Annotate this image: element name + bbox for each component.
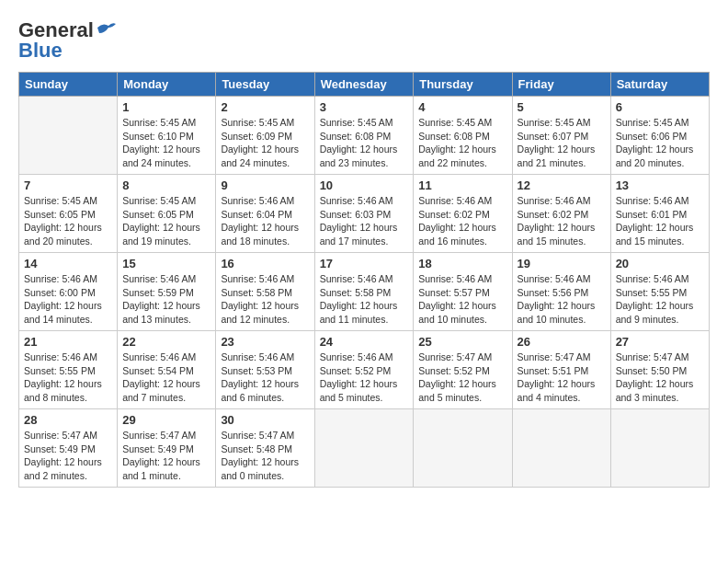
day-info: Sunrise: 5:46 AM Sunset: 5:59 PM Dayligh…: [122, 272, 210, 327]
day-info: Sunrise: 5:46 AM Sunset: 6:00 PM Dayligh…: [24, 272, 112, 327]
calendar-cell: 11Sunrise: 5:46 AM Sunset: 6:02 PM Dayli…: [414, 175, 512, 253]
week-row-2: 7Sunrise: 5:45 AM Sunset: 6:05 PM Daylig…: [19, 175, 710, 253]
calendar-cell: 9Sunrise: 5:46 AM Sunset: 6:04 PM Daylig…: [216, 175, 314, 253]
day-info: Sunrise: 5:46 AM Sunset: 6:02 PM Dayligh…: [518, 194, 606, 248]
calendar-cell: [512, 409, 610, 488]
day-info: Sunrise: 5:46 AM Sunset: 5:54 PM Dayligh…: [122, 350, 210, 405]
calendar-cell: 5Sunrise: 5:45 AM Sunset: 6:07 PM Daylig…: [512, 97, 610, 175]
calendar-cell: 2Sunrise: 5:45 AM Sunset: 6:09 PM Daylig…: [216, 97, 314, 175]
calendar-cell: 14Sunrise: 5:46 AM Sunset: 6:00 PM Dayli…: [19, 253, 118, 331]
calendar-cell: [414, 409, 512, 488]
day-number: 22: [122, 335, 210, 349]
page-header: General Blue: [18, 18, 710, 63]
calendar-cell: 21Sunrise: 5:46 AM Sunset: 5:55 PM Dayli…: [19, 331, 118, 409]
header-wednesday: Wednesday: [314, 73, 414, 97]
day-number: 21: [24, 335, 112, 349]
calendar-cell: 29Sunrise: 5:47 AM Sunset: 5:49 PM Dayli…: [118, 409, 216, 488]
day-number: 11: [418, 178, 506, 192]
day-number: 24: [320, 335, 409, 349]
calendar-cell: 24Sunrise: 5:46 AM Sunset: 5:52 PM Dayli…: [314, 331, 414, 409]
day-number: 26: [518, 335, 606, 349]
logo-bird-icon: [96, 20, 116, 37]
header-monday: Monday: [118, 73, 216, 97]
day-info: Sunrise: 5:46 AM Sunset: 5:55 PM Dayligh…: [24, 350, 112, 405]
day-number: 17: [320, 257, 409, 270]
day-info: Sunrise: 5:45 AM Sunset: 6:10 PM Dayligh…: [122, 116, 210, 170]
calendar-cell: 7Sunrise: 5:45 AM Sunset: 6:05 PM Daylig…: [19, 175, 118, 253]
calendar-cell: 13Sunrise: 5:46 AM Sunset: 6:01 PM Dayli…: [610, 175, 709, 253]
logo: General Blue: [18, 18, 116, 63]
header-saturday: Saturday: [610, 73, 709, 97]
day-number: 18: [418, 257, 506, 270]
day-number: 1: [122, 100, 210, 114]
header-sunday: Sunday: [19, 73, 118, 97]
day-number: 14: [24, 257, 112, 270]
calendar-header-row: SundayMondayTuesdayWednesdayThursdayFrid…: [19, 73, 710, 97]
day-info: Sunrise: 5:45 AM Sunset: 6:08 PM Dayligh…: [418, 116, 506, 170]
day-number: 10: [320, 178, 409, 192]
calendar-cell: 18Sunrise: 5:46 AM Sunset: 5:57 PM Dayli…: [414, 253, 512, 331]
day-info: Sunrise: 5:46 AM Sunset: 5:57 PM Dayligh…: [418, 272, 506, 327]
calendar-cell: 25Sunrise: 5:47 AM Sunset: 5:52 PM Dayli…: [414, 331, 512, 409]
day-info: Sunrise: 5:47 AM Sunset: 5:49 PM Dayligh…: [122, 429, 210, 483]
calendar-cell: [314, 409, 414, 488]
day-number: 29: [122, 413, 210, 427]
week-row-3: 14Sunrise: 5:46 AM Sunset: 6:00 PM Dayli…: [19, 253, 710, 331]
day-info: Sunrise: 5:46 AM Sunset: 6:04 PM Dayligh…: [221, 194, 309, 248]
header-thursday: Thursday: [414, 73, 512, 97]
day-number: 23: [221, 335, 309, 349]
calendar-cell: [610, 409, 709, 488]
day-info: Sunrise: 5:47 AM Sunset: 5:52 PM Dayligh…: [418, 350, 506, 405]
day-info: Sunrise: 5:46 AM Sunset: 6:01 PM Dayligh…: [616, 194, 704, 248]
calendar-cell: 16Sunrise: 5:46 AM Sunset: 5:58 PM Dayli…: [216, 253, 314, 331]
day-info: Sunrise: 5:47 AM Sunset: 5:48 PM Dayligh…: [221, 429, 309, 483]
week-row-1: 1Sunrise: 5:45 AM Sunset: 6:10 PM Daylig…: [19, 97, 710, 175]
calendar-cell: 8Sunrise: 5:45 AM Sunset: 6:05 PM Daylig…: [118, 175, 216, 253]
calendar-cell: 4Sunrise: 5:45 AM Sunset: 6:08 PM Daylig…: [414, 97, 512, 175]
day-info: Sunrise: 5:46 AM Sunset: 5:52 PM Dayligh…: [320, 350, 409, 405]
week-row-4: 21Sunrise: 5:46 AM Sunset: 5:55 PM Dayli…: [19, 331, 710, 409]
day-number: 3: [320, 100, 409, 114]
day-number: 28: [24, 413, 112, 427]
day-info: Sunrise: 5:47 AM Sunset: 5:50 PM Dayligh…: [616, 350, 704, 405]
day-number: 2: [221, 100, 309, 114]
header-friday: Friday: [512, 73, 610, 97]
day-number: 20: [616, 257, 704, 270]
day-info: Sunrise: 5:46 AM Sunset: 5:58 PM Dayligh…: [221, 272, 309, 327]
calendar-cell: 12Sunrise: 5:46 AM Sunset: 6:02 PM Dayli…: [512, 175, 610, 253]
calendar-cell: 19Sunrise: 5:46 AM Sunset: 5:56 PM Dayli…: [512, 253, 610, 331]
calendar-cell: 30Sunrise: 5:47 AM Sunset: 5:48 PM Dayli…: [216, 409, 314, 488]
day-number: 9: [221, 178, 309, 192]
day-info: Sunrise: 5:45 AM Sunset: 6:05 PM Dayligh…: [122, 194, 210, 248]
day-info: Sunrise: 5:45 AM Sunset: 6:07 PM Dayligh…: [518, 116, 606, 170]
day-info: Sunrise: 5:46 AM Sunset: 6:03 PM Dayligh…: [320, 194, 409, 248]
day-info: Sunrise: 5:46 AM Sunset: 5:56 PM Dayligh…: [518, 272, 606, 327]
day-info: Sunrise: 5:45 AM Sunset: 6:09 PM Dayligh…: [221, 116, 309, 170]
day-number: 16: [221, 257, 309, 270]
day-number: 25: [418, 335, 506, 349]
calendar-cell: 17Sunrise: 5:46 AM Sunset: 5:58 PM Dayli…: [314, 253, 414, 331]
calendar-cell: 1Sunrise: 5:45 AM Sunset: 6:10 PM Daylig…: [118, 97, 216, 175]
day-info: Sunrise: 5:46 AM Sunset: 5:58 PM Dayligh…: [320, 272, 409, 327]
day-info: Sunrise: 5:46 AM Sunset: 6:02 PM Dayligh…: [418, 194, 506, 248]
calendar-table: SundayMondayTuesdayWednesdayThursdayFrid…: [18, 72, 710, 488]
day-number: 8: [122, 178, 210, 192]
day-number: 5: [518, 100, 606, 114]
day-number: 13: [616, 178, 704, 192]
calendar-cell: 26Sunrise: 5:47 AM Sunset: 5:51 PM Dayli…: [512, 331, 610, 409]
day-number: 12: [518, 178, 606, 192]
day-info: Sunrise: 5:45 AM Sunset: 6:08 PM Dayligh…: [320, 116, 409, 170]
calendar-cell: 27Sunrise: 5:47 AM Sunset: 5:50 PM Dayli…: [610, 331, 709, 409]
calendar-cell: 28Sunrise: 5:47 AM Sunset: 5:49 PM Dayli…: [19, 409, 118, 488]
day-number: 30: [221, 413, 309, 427]
calendar-cell: 23Sunrise: 5:46 AM Sunset: 5:53 PM Dayli…: [216, 331, 314, 409]
day-number: 15: [122, 257, 210, 270]
calendar-cell: 3Sunrise: 5:45 AM Sunset: 6:08 PM Daylig…: [314, 97, 414, 175]
calendar-cell: 15Sunrise: 5:46 AM Sunset: 5:59 PM Dayli…: [118, 253, 216, 331]
day-info: Sunrise: 5:46 AM Sunset: 5:53 PM Dayligh…: [221, 350, 309, 405]
day-number: 7: [24, 178, 112, 192]
day-info: Sunrise: 5:45 AM Sunset: 6:05 PM Dayligh…: [24, 194, 112, 248]
day-number: 19: [518, 257, 606, 270]
day-number: 27: [616, 335, 704, 349]
calendar-cell: [19, 97, 118, 175]
